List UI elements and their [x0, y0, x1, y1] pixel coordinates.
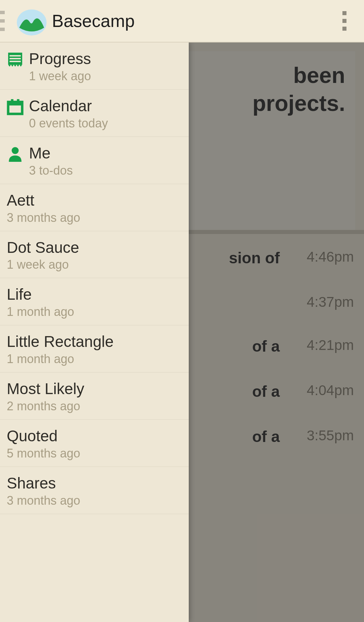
drawer-project-item[interactable]: Little Rectangle 1 month ago — [0, 325, 189, 373]
drawer-item-progress[interactable]: Progress 1 week ago — [0, 42, 189, 90]
svg-rect-6 — [8, 102, 22, 105]
drawer-item-label: Calendar — [29, 97, 108, 115]
app-title: Basecamp — [52, 11, 135, 31]
drawer-item-sub: 0 events today — [29, 116, 108, 130]
drawer-project-item[interactable]: Shares 3 months ago — [0, 467, 189, 514]
drawer-item-label: Me — [29, 144, 73, 162]
drawer-item-sub: 1 month ago — [7, 352, 114, 366]
drawer-item-label: Little Rectangle — [7, 333, 114, 351]
svg-rect-4 — [9, 61, 21, 62]
svg-point-9 — [12, 147, 19, 154]
drawer-toggle[interactable] — [0, 11, 5, 31]
drawer-item-sub: 3 months ago — [7, 211, 80, 225]
overflow-menu-button[interactable] — [337, 11, 352, 31]
progress-icon — [7, 51, 24, 68]
drawer-item-me[interactable]: Me 3 to-dos — [0, 137, 189, 184]
drawer-project-item[interactable]: Quoted 5 months ago — [0, 420, 189, 467]
svg-rect-8 — [17, 99, 19, 103]
drawer-item-sub: 3 to-dos — [29, 164, 73, 178]
calendar-icon — [7, 98, 24, 115]
drawer-project-item[interactable]: Life 1 month ago — [0, 278, 189, 325]
drawer-item-label: Shares — [7, 474, 80, 492]
svg-point-0 — [17, 9, 47, 35]
drawer-item-calendar[interactable]: Calendar 0 events today — [0, 90, 189, 137]
drawer-item-label: Aett — [7, 191, 80, 209]
drawer-item-sub: 1 month ago — [7, 305, 74, 319]
drawer-item-label: Life — [7, 286, 74, 303]
drawer-item-sub: 2 months ago — [7, 399, 84, 413]
drawer-project-item[interactable]: Most Likely 2 months ago — [0, 373, 189, 420]
drawer-item-label: Dot Sauce — [7, 239, 79, 257]
svg-rect-7 — [11, 99, 13, 103]
drawer-project-item[interactable]: Dot Sauce 1 week ago — [0, 231, 189, 278]
svg-rect-2 — [9, 55, 21, 56]
drawer-item-sub: 3 months ago — [7, 494, 80, 508]
drawer-project-item[interactable]: Aett 3 months ago — [0, 184, 189, 231]
drawer-item-label: Quoted — [7, 427, 80, 445]
app-logo-wrap[interactable]: Basecamp — [16, 5, 135, 36]
drawer-item-sub: 1 week ago — [29, 69, 91, 83]
app-header: Basecamp — [0, 0, 364, 42]
drawer-item-label: Most Likely — [7, 380, 84, 398]
svg-rect-3 — [9, 58, 21, 59]
navigation-drawer: Progress 1 week ago Calendar 0 events to… — [0, 42, 189, 622]
drawer-item-label: Progress — [29, 50, 91, 68]
drawer-item-sub: 5 months ago — [7, 446, 80, 461]
person-icon — [7, 146, 24, 162]
basecamp-logo-icon — [16, 5, 47, 36]
drawer-item-sub: 1 week ago — [7, 258, 79, 272]
